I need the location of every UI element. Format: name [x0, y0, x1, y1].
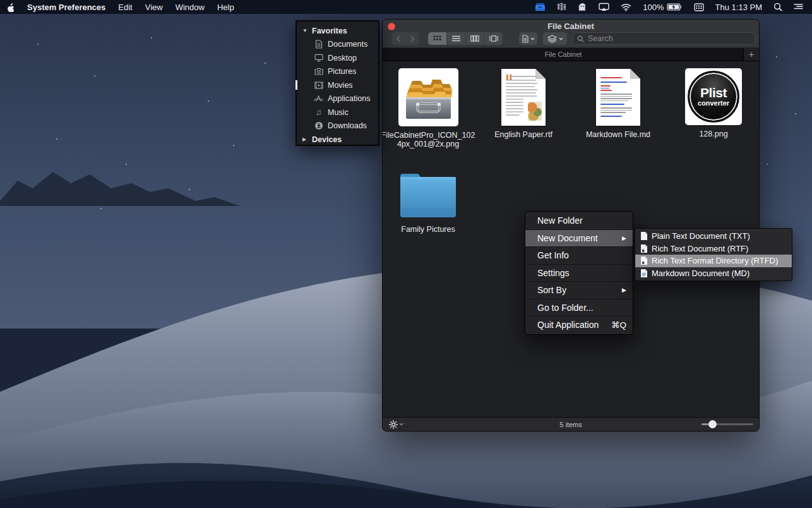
- menu-item-settings[interactable]: Settings: [525, 264, 633, 282]
- menu-help[interactable]: Help: [211, 0, 241, 14]
- menu-edit[interactable]: Edit: [112, 0, 138, 14]
- grid-view-icon: [433, 35, 441, 42]
- sidebar-item-applications[interactable]: Applications: [297, 92, 378, 106]
- menu-clock[interactable]: Thu 1:13 PM: [710, 0, 768, 14]
- devices-label: Devices: [312, 135, 342, 144]
- search-icon: [577, 35, 584, 42]
- apple-menu[interactable]: [0, 0, 21, 14]
- view-gallery-button[interactable]: [484, 32, 503, 45]
- ghost-menu-extra[interactable]: [572, 0, 593, 14]
- menu-item-quit-application[interactable]: Quit Application ⌘Q: [525, 316, 633, 334]
- wifi-menu-extra[interactable]: [615, 0, 637, 14]
- sidebar-item-desktop[interactable]: Desktop: [297, 51, 378, 65]
- equalizer-menu-extra[interactable]: [551, 0, 572, 14]
- forward-button[interactable]: [405, 32, 419, 45]
- file-item-128-png[interactable]: Plist converter 128.png: [666, 68, 760, 138]
- sidebar-section-favorites[interactable]: ▼ Favorites: [297, 24, 378, 38]
- airplay-menu-extra[interactable]: [593, 0, 615, 14]
- markdown-document-icon: [640, 269, 648, 278]
- menu-item-sort-by[interactable]: Sort By ▶: [525, 281, 633, 299]
- calendar-icon: [694, 3, 704, 11]
- menu-item-label: Settings: [537, 268, 570, 278]
- equalizer-icon: [557, 3, 566, 11]
- view-grid-button[interactable]: [428, 32, 447, 45]
- menu-item-go-to-folder[interactable]: Go to Folder...: [525, 299, 633, 317]
- file-item-family-pictures[interactable]: Family Pictures: [382, 167, 475, 234]
- menu-item-new-folder[interactable]: New Folder: [525, 212, 633, 229]
- menu-item-label: New Document: [537, 233, 598, 243]
- spotlight-menu-extra[interactable]: [768, 0, 788, 14]
- document-icon: [522, 35, 528, 43]
- menu-window[interactable]: Window: [169, 0, 211, 14]
- sidebar-section-devices[interactable]: ▶ Devices: [297, 133, 378, 147]
- chevron-down-icon: [399, 423, 403, 426]
- calendar-menu-extra[interactable]: [688, 0, 710, 14]
- submenu-item-label: Plain Text Document (TXT): [652, 231, 750, 241]
- camera-icon: [314, 67, 323, 76]
- search-field[interactable]: [573, 32, 755, 45]
- menu-view[interactable]: View: [139, 0, 169, 14]
- favorites-label: Favorites: [312, 27, 347, 35]
- file-item-english-paper[interactable]: H English Paper.rtf: [476, 68, 571, 139]
- menu-item-new-document[interactable]: New Document ▶: [525, 229, 633, 247]
- menu-item-get-info[interactable]: Get Info: [525, 246, 633, 264]
- file-item-markdown[interactable]: Markdown File.md: [571, 68, 666, 139]
- item-action-dropdown[interactable]: [519, 32, 537, 45]
- chevron-right-icon: [410, 35, 415, 42]
- sidebar-popover: ▼ Favorites Documents Desktop Pictures M…: [296, 20, 379, 146]
- applications-icon: [314, 94, 323, 104]
- submenu-item-label: Markdown Document (MD): [652, 269, 749, 278]
- sidebar-item-label: Pictures: [328, 67, 356, 76]
- toolbar: [383, 32, 759, 48]
- submenu-item-txt[interactable]: Plain Text Document (TXT): [635, 230, 792, 243]
- sidebar-item-music[interactable]: ♫ Music: [297, 106, 378, 119]
- folder-icon: [397, 167, 460, 221]
- sidebar-item-downloads[interactable]: Downloads: [297, 119, 378, 133]
- file-cabinet-menu-extra[interactable]: [529, 0, 551, 14]
- text-document-icon: [640, 231, 648, 241]
- sidebar-item-documents[interactable]: Documents: [297, 38, 378, 52]
- view-mode-control: [428, 32, 503, 45]
- slider-thumb[interactable]: [708, 420, 717, 428]
- view-columns-button[interactable]: [466, 32, 485, 45]
- battery-status[interactable]: 100%: [637, 0, 688, 14]
- sidebar-item-label: Applications: [328, 94, 370, 103]
- disclosure-right-icon[interactable]: ▶: [302, 136, 308, 142]
- sidebar-item-label: Movies: [328, 81, 353, 90]
- submenu-item-rtfd[interactable]: Rich Text Format Directory (RTFD): [635, 255, 792, 267]
- file-thumbnail: Plist converter: [685, 68, 742, 125]
- sidebar-item-movies[interactable]: Movies: [297, 78, 378, 92]
- new-tab-button[interactable]: +: [743, 48, 759, 61]
- plist-badge-subtitle: converter: [698, 99, 729, 107]
- submenu-item-md[interactable]: Markdown Document (MD): [635, 267, 792, 280]
- back-button[interactable]: [391, 32, 405, 45]
- popover-arrow: [296, 80, 297, 90]
- sidebar-item-label: Desktop: [328, 54, 357, 63]
- tab-file-cabinet[interactable]: File Cabinet: [383, 48, 744, 61]
- search-input[interactable]: [587, 33, 751, 44]
- window-title: File Cabinet: [383, 21, 759, 31]
- film-icon: [314, 80, 323, 90]
- status-bar: 5 items: [383, 417, 759, 431]
- disclosure-down-icon[interactable]: ▼: [302, 28, 308, 33]
- display-icon: [314, 53, 323, 63]
- submenu-arrow-icon: ▶: [622, 287, 626, 293]
- title-bar[interactable]: File Cabinet: [383, 20, 759, 32]
- columns-view-icon: [470, 35, 479, 42]
- file-cabinet-icon: [535, 3, 546, 11]
- submenu-item-rtf[interactable]: Rich Text Document (RTF): [635, 243, 792, 255]
- file-thumbnail: [398, 68, 458, 126]
- action-gear-dropdown[interactable]: [389, 420, 403, 429]
- sidebar-item-label: Music: [328, 108, 349, 117]
- icon-size-slider[interactable]: [702, 423, 753, 425]
- file-item-filecabinet-png[interactable]: FileCabinetPro_ICON_1024px_001@2x.png: [382, 68, 475, 148]
- sidebar-item-pictures[interactable]: Pictures: [297, 65, 378, 79]
- menu-app-name[interactable]: System Preferences: [21, 3, 112, 12]
- chevron-down-icon: [559, 37, 563, 40]
- menu-item-label: New Folder: [537, 215, 583, 226]
- menu-item-shortcut: ⌘Q: [611, 320, 626, 330]
- group-dropdown[interactable]: [543, 32, 567, 45]
- view-list-button[interactable]: [447, 32, 466, 45]
- file-name: English Paper.rtf: [494, 130, 552, 139]
- notification-center-menu-extra[interactable]: [788, 0, 812, 14]
